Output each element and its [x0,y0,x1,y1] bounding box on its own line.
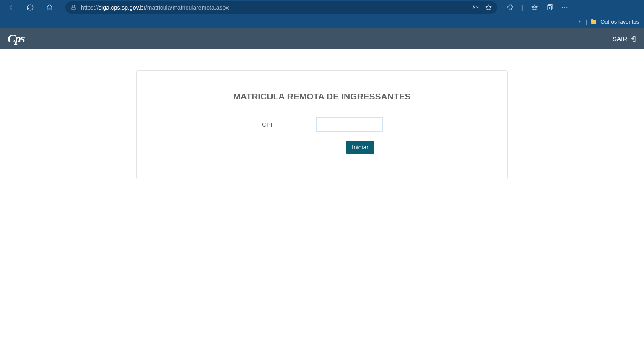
app-header: Cps SAIR [0,28,644,49]
iniciar-button[interactable]: Iniciar [346,141,374,154]
menu-icon[interactable] [561,4,569,11]
form-card: MATRICULA REMOTA DE INGRESSANTES CPF Ini… [136,70,508,179]
svg-point-4 [566,7,567,8]
button-row: Iniciar [153,141,491,154]
logout-button[interactable]: SAIR [613,35,636,42]
favorite-star-icon[interactable] [485,4,492,11]
svg-point-2 [562,7,563,8]
extensions-icon[interactable] [506,4,514,11]
cpf-label: CPF [262,121,279,128]
read-aloud-icon[interactable] [471,4,479,11]
other-favorites-link[interactable]: Outros favoritos [600,18,639,25]
browser-toolbar: https://siga.cps.sp.gov.br/matricula/mat… [0,0,644,15]
url-text: https://siga.cps.sp.gov.br/matricula/mat… [81,4,467,11]
favorites-divider: | [586,18,587,25]
cpf-row: CPF [153,118,491,131]
svg-point-3 [564,7,565,8]
toolbar-divider: | [522,4,523,11]
collections-icon[interactable] [546,4,553,11]
address-bar[interactable]: https://siga.cps.sp.gov.br/matricula/mat… [65,1,497,14]
refresh-button[interactable] [23,1,37,14]
back-button[interactable] [4,1,18,14]
lock-icon [70,4,77,10]
page-title: MATRICULA REMOTA DE INGRESSANTES [153,91,491,102]
logout-icon [630,35,636,42]
chevron-right-icon[interactable] [576,18,582,24]
cpf-input[interactable] [317,118,382,131]
folder-icon [590,18,597,25]
favorites-bar: | Outros favoritos [0,15,644,28]
svg-rect-0 [72,7,75,10]
logout-label: SAIR [613,35,627,42]
main-content: MATRICULA REMOTA DE INGRESSANTES CPF Ini… [0,49,644,200]
app-logo[interactable]: Cps [8,32,25,45]
favorites-icon[interactable] [531,4,538,11]
home-button[interactable] [43,1,56,14]
browser-chrome: https://siga.cps.sp.gov.br/matricula/mat… [0,0,644,28]
